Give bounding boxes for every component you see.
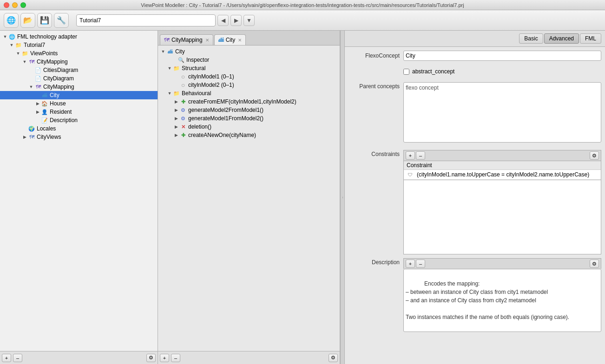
citymapping-tab[interactable]: 🗺 CityMapping ✕	[160, 34, 213, 45]
tutorial7-arrow[interactable]	[8, 42, 15, 48]
inspector-label: Inspector	[186, 57, 209, 63]
tree-item-tutorial7[interactable]: 📁 Tutorial7	[0, 41, 158, 49]
maximize-button[interactable]	[20, 2, 26, 8]
city-tab-close[interactable]: ✕	[238, 38, 242, 43]
tree-item-citydiagram[interactable]: 📄 CityDiagram	[0, 74, 158, 83]
citymapping-top-arrow[interactable]	[21, 58, 28, 65]
constraints-gear-button[interactable]: ⚙	[590, 151, 599, 160]
mid-tree-inspector[interactable]: 🔍 Inspector	[158, 56, 340, 64]
city-tab-icon: 🏙	[218, 37, 224, 43]
add-description-button[interactable]: +	[406, 260, 415, 268]
remove-constraint-button[interactable]: –	[416, 151, 425, 160]
citymapping2-arrow[interactable]	[28, 84, 34, 90]
viewpoints-arrow[interactable]	[15, 50, 21, 57]
tree-item-viewpoints[interactable]: 📁 ViewPoints	[0, 49, 158, 58]
constraint-text-0: (cityInModel1.name.toUpperCase = cityInM…	[417, 171, 589, 178]
generatemodel1-label: generateModel1FromModel2()	[188, 115, 263, 122]
add-button-left[interactable]: +	[2, 354, 11, 362]
add-button-mid[interactable]: +	[160, 354, 169, 362]
description-gear-button[interactable]: ⚙	[590, 260, 599, 268]
citymapping-tab-label: CityMapping	[171, 37, 203, 43]
search-input[interactable]	[79, 17, 212, 24]
tree-item-description[interactable]: 📝 Description	[0, 116, 158, 124]
config-button[interactable]: 🔧	[54, 13, 69, 28]
remove-description-button[interactable]: –	[416, 260, 425, 268]
mid-tree-structural[interactable]: 📁 Structural	[158, 64, 340, 72]
tree-item-locales[interactable]: 🌍 Locales	[0, 124, 158, 133]
cityviews-arrow[interactable]	[21, 134, 28, 140]
house-arrow[interactable]	[34, 100, 41, 107]
home-button[interactable]: 🌐	[4, 13, 19, 28]
createfromemf-arrow[interactable]	[173, 98, 179, 105]
tree-item-resident[interactable]: 👤 Resident	[0, 108, 158, 116]
minimize-button[interactable]	[12, 2, 18, 8]
advanced-tab[interactable]: Advanced	[544, 33, 579, 44]
abstract-concept-checkbox[interactable]	[403, 69, 409, 75]
city-tab[interactable]: 🏙 City ✕	[214, 34, 246, 45]
gear-button-left[interactable]: ⚙	[146, 354, 156, 362]
description-toolbar-btns: + –	[406, 260, 425, 268]
generatemodel1-arrow[interactable]	[173, 115, 179, 122]
resident-arrow[interactable]	[34, 109, 41, 115]
mid-tree-createanewone[interactable]: ✚ createANewOne(cityName)	[158, 131, 340, 139]
gear-button-mid[interactable]: ⚙	[329, 354, 338, 362]
mid-tree-createfromemf[interactable]: ✚ createFromEMF(cityInModel1,cityInModel…	[158, 98, 340, 106]
citymapping2-label: CityMapping	[43, 84, 74, 90]
behavioural-arrow[interactable]	[166, 90, 173, 97]
mid-tree-cityinmodel2[interactable]: ○ cityInModel2 (0–1)	[158, 81, 340, 89]
generatemodel1-icon: ⚙	[179, 115, 187, 122]
mid-toolbar-bottom: + – ⚙	[158, 351, 340, 364]
tree-item-fml[interactable]: 🌐 FML technology adapter	[0, 32, 158, 41]
fml-arrow[interactable]	[2, 33, 8, 40]
tree-item-citymapping2[interactable]: 🗺 CityMapping	[0, 83, 158, 91]
save-button[interactable]: 💾	[37, 13, 52, 28]
window-controls	[4, 2, 26, 8]
mid-tree-cityinmodel1[interactable]: ○ cityInModel1 (0–1)	[158, 72, 340, 81]
add-constraint-button[interactable]: +	[406, 151, 415, 160]
remove-button-mid[interactable]: –	[171, 354, 180, 362]
nav-forward-button[interactable]: ▶	[230, 15, 242, 26]
close-button[interactable]	[4, 2, 9, 8]
description-icon: 📝	[41, 117, 48, 124]
parent-concepts-box[interactable]: flexo concept	[403, 82, 601, 143]
deletion-icon: ✕	[179, 123, 187, 130]
divider[interactable]	[340, 31, 345, 364]
tutorial7-label: Tutorial7	[24, 42, 45, 48]
generatemodel2-arrow[interactable]	[173, 107, 179, 113]
mid-tree-deletion[interactable]: ✕ deletion()	[158, 123, 340, 131]
structural-arrow[interactable]	[166, 65, 173, 72]
flexo-concept-input[interactable]	[403, 51, 601, 61]
basic-tab[interactable]: Basic	[519, 33, 543, 44]
open-button[interactable]: 📂	[20, 13, 35, 28]
citymapping-tab-close[interactable]: ✕	[205, 38, 209, 43]
description-box[interactable]: Encodes the mapping: – between an instan…	[403, 269, 601, 332]
mid-city-icon: 🏙	[166, 48, 174, 55]
constraint-row-0[interactable]: 🛡 (cityInModel1.name.toUpperCase = cityI…	[404, 170, 601, 180]
tree-item-citiesdiagram[interactable]: 📄 CitiesDiagram	[0, 66, 158, 74]
mid-tree-generatemodel1[interactable]: ⚙ generateModel1FromModel2()	[158, 114, 340, 123]
search-wrap	[76, 14, 216, 26]
tree-item-citymapping-top[interactable]: 🗺 CityMapping	[0, 58, 158, 66]
left-toolbar: + – ⚙	[0, 351, 158, 364]
tree-item-house[interactable]: 🏠 House	[0, 99, 158, 108]
generatemodel2-icon: ⚙	[179, 106, 187, 114]
createanewone-arrow[interactable]	[173, 132, 179, 138]
nav-back-button[interactable]: ◀	[217, 15, 229, 26]
mid-city-arrow[interactable]	[160, 48, 166, 55]
deletion-arrow[interactable]	[173, 124, 179, 130]
main-toolbar: 🌐 📂 💾 🔧 ◀ ▶ ▼	[0, 10, 605, 31]
nav-down-button[interactable]: ▼	[243, 15, 255, 26]
viewpoints-label: ViewPoints	[30, 50, 58, 57]
mid-tree-behavioural[interactable]: 📁 Behavioural	[158, 89, 340, 98]
mid-tree-generatemodel2[interactable]: ⚙ generateModel2FromModel1()	[158, 106, 340, 114]
resident-label: Resident	[50, 109, 72, 115]
mid-tree-city[interactable]: 🏙 City	[158, 47, 340, 56]
tree-item-city[interactable]: 🏙 City	[0, 91, 158, 99]
remove-button-left[interactable]: –	[13, 354, 22, 362]
fml-tab[interactable]: FML	[580, 33, 601, 44]
deletion-label: deletion()	[188, 124, 211, 130]
tree-item-cityviews[interactable]: 🗺 CityViews	[0, 133, 158, 141]
constraint-shield-icon: 🛡	[407, 171, 414, 178]
createfromemf-icon: ✚	[179, 98, 187, 105]
constraints-empty-area	[403, 180, 601, 254]
